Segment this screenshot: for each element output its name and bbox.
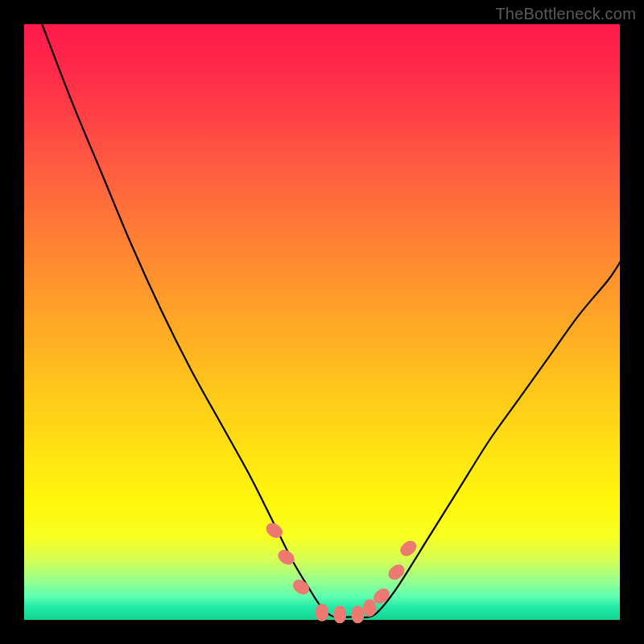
marker-dot <box>398 538 419 559</box>
marker-dots-group <box>263 520 419 623</box>
marker-dot <box>316 604 328 621</box>
chart-svg <box>24 24 620 620</box>
marker-dot <box>333 605 346 623</box>
chart-frame: TheBottleneck.com <box>0 0 644 644</box>
marker-dot <box>363 599 376 617</box>
marker-dot <box>386 562 407 583</box>
marker-dot <box>351 605 364 623</box>
marker-dot <box>291 576 312 597</box>
watermark-text: TheBottleneck.com <box>495 5 636 23</box>
bottleneck-curve <box>42 24 620 617</box>
